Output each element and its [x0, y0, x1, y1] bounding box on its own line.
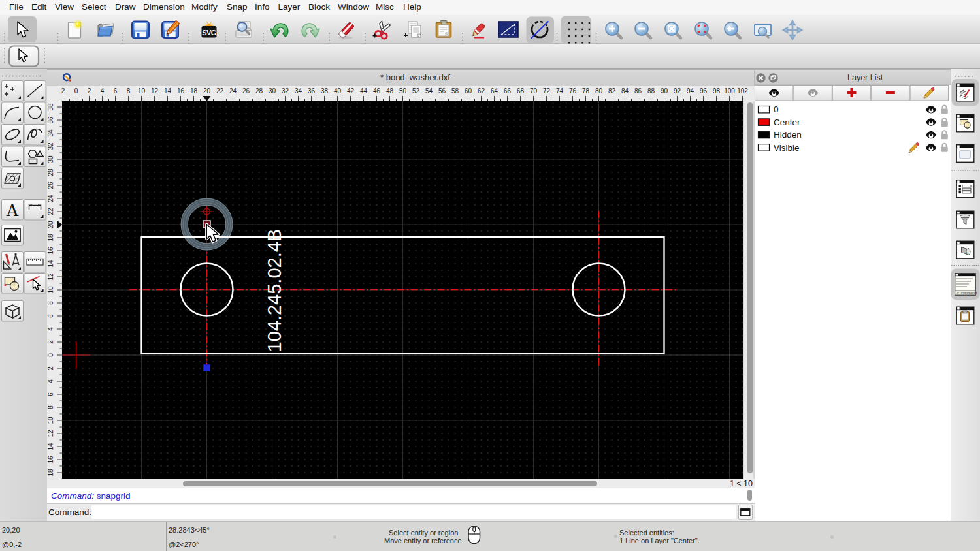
svg-text:74: 74 — [556, 87, 564, 95]
svg-text:2: 2 — [47, 340, 54, 344]
svg-text:14: 14 — [47, 260, 54, 268]
svg-text:10: 10 — [138, 87, 146, 95]
svg-text:24: 24 — [229, 87, 237, 95]
svg-text:14: 14 — [164, 87, 172, 95]
svg-text:16: 16 — [47, 456, 54, 464]
svg-text:36: 36 — [47, 116, 54, 124]
svg-text:4: 4 — [101, 87, 105, 95]
svg-text:86: 86 — [634, 87, 642, 95]
svg-text:34: 34 — [47, 129, 54, 137]
svg-text:72: 72 — [543, 87, 551, 95]
svg-text:92: 92 — [674, 87, 681, 95]
svg-text:8: 8 — [47, 405, 54, 409]
svg-text:8: 8 — [47, 301, 54, 305]
svg-text:c command: c command — [957, 291, 977, 294]
svg-text:38: 38 — [321, 87, 329, 95]
svg-text:10: 10 — [47, 286, 54, 294]
svg-text:26: 26 — [242, 87, 250, 95]
svg-text:44: 44 — [360, 87, 368, 95]
svg-text:12: 12 — [151, 87, 159, 95]
svg-text:48: 48 — [386, 87, 394, 95]
svg-text:0: 0 — [774, 104, 779, 114]
svg-text:8: 8 — [127, 87, 131, 95]
svg-text:2: 2 — [88, 87, 91, 95]
svg-text:A: A — [6, 200, 19, 220]
svg-text:28: 28 — [47, 168, 54, 176]
svg-text:30: 30 — [47, 155, 54, 163]
svg-text:84: 84 — [621, 87, 629, 95]
svg-text:14: 14 — [47, 443, 54, 450]
svg-text:16: 16 — [47, 247, 54, 255]
svg-text:42: 42 — [347, 87, 355, 95]
svg-text:26: 26 — [47, 181, 54, 189]
svg-text:18: 18 — [47, 469, 54, 477]
svg-text:36: 36 — [308, 87, 316, 95]
svg-text:24: 24 — [47, 195, 54, 202]
svg-text:78: 78 — [582, 87, 590, 95]
svg-text:56: 56 — [438, 87, 446, 95]
svg-text:12: 12 — [47, 273, 54, 281]
svg-text:46: 46 — [373, 87, 381, 95]
svg-text:100: 100 — [724, 87, 735, 95]
svg-text:96: 96 — [700, 87, 708, 95]
svg-text:50: 50 — [399, 87, 407, 95]
svg-text:4: 4 — [47, 327, 54, 331]
svg-text:2: 2 — [61, 87, 65, 95]
svg-text:90: 90 — [661, 87, 668, 95]
svg-text:102: 102 — [737, 87, 748, 95]
svg-text:64: 64 — [491, 87, 498, 95]
svg-text:34: 34 — [295, 87, 302, 95]
svg-text:22: 22 — [216, 87, 224, 95]
svg-text:62: 62 — [478, 87, 485, 95]
svg-text:16: 16 — [177, 87, 185, 95]
svg-text:32: 32 — [47, 142, 54, 150]
svg-text:40: 40 — [334, 87, 342, 95]
svg-text:Center: Center — [774, 118, 800, 127]
svg-text:18: 18 — [47, 234, 54, 242]
svg-text:52: 52 — [412, 87, 420, 95]
svg-text:SVG: SVG — [202, 29, 216, 37]
svg-text:70: 70 — [530, 87, 538, 95]
svg-text:82: 82 — [608, 87, 616, 95]
svg-text:58: 58 — [451, 87, 459, 95]
svg-text:4: 4 — [47, 379, 54, 383]
svg-text:10: 10 — [47, 417, 54, 424]
svg-text:60: 60 — [465, 87, 472, 95]
svg-text:20: 20 — [47, 221, 54, 228]
svg-text:6: 6 — [47, 392, 54, 396]
svg-text:2: 2 — [47, 366, 54, 370]
svg-text:28: 28 — [255, 87, 263, 95]
svg-text:20: 20 — [203, 87, 211, 95]
svg-text:98: 98 — [713, 87, 721, 95]
svg-text:88: 88 — [647, 87, 655, 95]
svg-text:22: 22 — [47, 208, 54, 215]
svg-text:12: 12 — [47, 430, 54, 437]
svg-text:54: 54 — [425, 87, 433, 95]
svg-text:30: 30 — [269, 87, 276, 95]
svg-text:80: 80 — [595, 87, 603, 95]
svg-text:Visible: Visible — [774, 143, 800, 153]
svg-text:6: 6 — [114, 87, 118, 95]
svg-text:68: 68 — [517, 87, 525, 95]
svg-text:0: 0 — [74, 87, 78, 95]
svg-text:0: 0 — [47, 353, 54, 357]
svg-text:76: 76 — [569, 87, 577, 95]
svg-text:66: 66 — [504, 87, 512, 95]
svg-text:94: 94 — [687, 87, 694, 95]
svg-text:104.245.02.4B: 104.245.02.4B — [264, 229, 285, 353]
svg-text:32: 32 — [282, 87, 289, 95]
svg-text:6: 6 — [47, 314, 54, 318]
svg-text:Hidden: Hidden — [774, 130, 802, 140]
svg-text:38: 38 — [47, 103, 54, 111]
svg-text:18: 18 — [190, 87, 198, 95]
